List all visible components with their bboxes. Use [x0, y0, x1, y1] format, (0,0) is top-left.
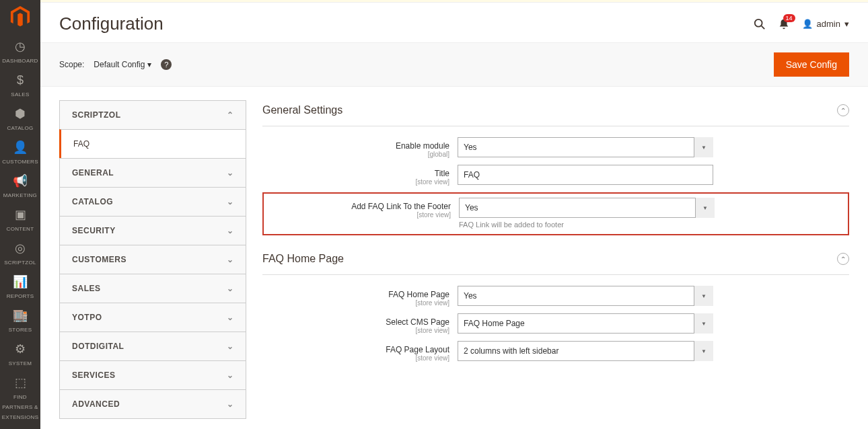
dollar-icon: $	[0, 74, 40, 86]
field-cms-page: Select CMS Page [store view] FAQ Home Pa…	[262, 313, 849, 334]
page-title: Configuration	[59, 13, 164, 34]
section-general-settings[interactable]: General Settings ⌃	[262, 100, 849, 126]
nav-stores[interactable]: 🏬STORES	[0, 304, 40, 338]
layout-icon: ▣	[0, 208, 40, 221]
nav-catalog[interactable]: ⬢CATALOG	[0, 102, 40, 136]
highlighted-field-footer-link: Add FAQ Link To the Footer [store view] …	[262, 192, 849, 235]
nav-system[interactable]: ⚙SYSTEM	[0, 338, 40, 371]
nav-customers[interactable]: 👤CUSTOMERS	[0, 136, 40, 169]
scope-label: Scope:	[59, 60, 84, 69]
chevron-down-icon: ⌄	[227, 255, 234, 264]
nav-scriptzol[interactable]: ◎SCRIPTZOL	[0, 237, 40, 270]
magento-logo[interactable]	[9, 5, 32, 28]
field-page-layout: FAQ Page Layout [store view] 2 columns w…	[262, 341, 849, 362]
cms-page-select[interactable]: FAQ Home Page	[458, 313, 713, 334]
user-icon: 👤	[802, 19, 813, 29]
tab-dotdigital[interactable]: DOTDIGITAL⌄	[59, 332, 246, 360]
tab-catalog[interactable]: CATALOG⌄	[59, 187, 246, 216]
faq-home-select[interactable]: Yes	[458, 286, 713, 306]
enable-module-select[interactable]: Yes	[458, 137, 713, 157]
gear-icon: ⚙	[0, 343, 40, 355]
field-enable-module: Enable module [global] Yes	[262, 137, 849, 158]
chevron-down-icon: ⌄	[227, 342, 234, 351]
scope-help-icon[interactable]: ?	[161, 59, 172, 70]
puzzle-icon: ⬚	[0, 377, 40, 389]
chevron-down-icon: ▾	[844, 19, 849, 29]
dashboard-icon: ◷	[0, 40, 40, 52]
settings-panel: General Settings ⌃ Enable module [global…	[262, 100, 849, 419]
collapse-icon[interactable]: ⌃	[837, 104, 849, 116]
scriptzol-icon: ◎	[0, 242, 40, 254]
chevron-up-icon: ⌃	[227, 110, 234, 120]
megaphone-icon: 📢	[0, 175, 40, 187]
save-config-button[interactable]: Save Config	[774, 52, 849, 77]
collapse-icon[interactable]: ⌃	[837, 253, 849, 265]
section-faq-homepage[interactable]: FAQ Home Page ⌃	[262, 249, 849, 275]
admin-user-menu[interactable]: 👤 admin ▾	[802, 19, 849, 29]
chevron-down-icon: ▾	[147, 60, 151, 69]
tab-services[interactable]: SERVICES⌄	[59, 360, 246, 389]
page-layout-select[interactable]: 2 columns with left sidebar	[458, 341, 713, 361]
box-icon: ⬢	[0, 108, 40, 120]
page-header: Configuration 14 👤 admin ▾	[40, 3, 868, 42]
tab-sales[interactable]: SALES⌄	[59, 274, 246, 303]
chevron-down-icon: ⌄	[227, 370, 234, 380]
tab-yotpo[interactable]: YOTPO⌄	[59, 303, 246, 332]
nav-partners[interactable]: ⬚FIND PARTNERS & EXTENSIONS	[0, 371, 40, 425]
nav-marketing[interactable]: 📢MARKETING	[0, 169, 40, 203]
tab-link-faq[interactable]: FAQ	[59, 129, 246, 158]
title-input[interactable]	[458, 165, 713, 185]
config-tabs: SCRIPTZOL ⌃ FAQ GENERAL⌄ CATALOG⌄ SECURI…	[59, 100, 246, 419]
notifications-icon[interactable]: 14	[778, 18, 790, 30]
field-faq-home: FAQ Home Page [store view] Yes	[262, 286, 849, 307]
person-icon: 👤	[0, 141, 40, 153]
nav-sales[interactable]: $SALES	[0, 69, 40, 102]
tab-header-scriptzol[interactable]: SCRIPTZOL ⌃	[59, 100, 246, 129]
chevron-down-icon: ⌄	[227, 168, 234, 178]
nav-content[interactable]: ▣CONTENT	[0, 203, 40, 237]
search-icon[interactable]	[754, 18, 766, 30]
chevron-down-icon: ⌄	[227, 399, 234, 409]
nav-dashboard[interactable]: ◷DASHBOARD	[0, 35, 40, 69]
chevron-down-icon: ⌄	[227, 313, 234, 322]
scope-bar: Scope: Default Config ▾ ? Save Config	[40, 42, 868, 87]
tab-security[interactable]: SECURITY⌄	[59, 216, 246, 245]
chevron-down-icon: ⌄	[227, 284, 234, 293]
tab-general[interactable]: GENERAL⌄	[59, 158, 246, 187]
footer-link-select[interactable]: Yes	[459, 198, 715, 218]
field-title: Title [store view]	[262, 165, 849, 186]
footer-link-note: FAQ Link will be added to footer	[459, 221, 715, 229]
chevron-down-icon: ⌄	[227, 197, 234, 206]
chart-icon: 📊	[0, 276, 40, 288]
nav-reports[interactable]: 📊REPORTS	[0, 270, 40, 304]
svg-line-1	[761, 26, 764, 29]
chevron-down-icon: ⌄	[227, 226, 234, 235]
svg-point-0	[754, 19, 762, 26]
store-icon: 🏬	[0, 309, 40, 321]
notification-badge: 14	[783, 14, 795, 22]
tab-advanced[interactable]: ADVANCED⌄	[59, 389, 246, 419]
admin-sidebar: ◷DASHBOARD $SALES ⬢CATALOG 👤CUSTOMERS 📢M…	[0, 0, 40, 429]
tab-customers[interactable]: CUSTOMERS⌄	[59, 245, 246, 274]
scope-selector[interactable]: Default Config ▾	[94, 60, 151, 69]
